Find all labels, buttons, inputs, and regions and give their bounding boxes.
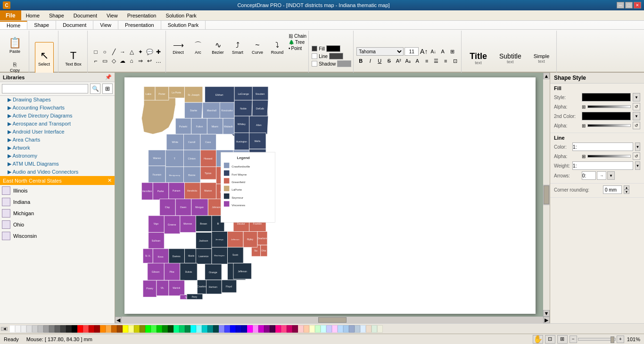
- dt-bend-icon[interactable]: ⌐: [91, 57, 100, 65]
- canvas-area[interactable]: Lake Porter La Porte St. Joseph LaGrange…: [115, 73, 550, 323]
- color-orange-light[interactable]: [106, 325, 111, 333]
- color-orange[interactable]: [100, 325, 106, 333]
- color-60[interactable]: [55, 325, 60, 333]
- tab-presentation[interactable]: Presentation: [118, 21, 161, 29]
- tab-home[interactable]: Home: [0, 21, 27, 29]
- textbox-button[interactable]: T Text Box: [63, 42, 84, 75]
- dt-star-icon[interactable]: ✦: [136, 48, 145, 56]
- color-rose-dark[interactable]: [292, 325, 298, 333]
- color-green-light[interactable]: [151, 325, 157, 333]
- color-green[interactable]: [145, 325, 151, 333]
- color-a0[interactable]: [43, 325, 49, 333]
- color-red[interactable]: [77, 325, 83, 333]
- scroll-right-button[interactable]: ▶: [543, 317, 550, 323]
- color-rose[interactable]: [287, 325, 292, 333]
- color-red-dark[interactable]: [89, 325, 94, 333]
- color-black[interactable]: [72, 325, 77, 333]
- color-cyan-light[interactable]: [196, 325, 202, 333]
- color-yellow-light[interactable]: [128, 325, 134, 333]
- color-green-darker[interactable]: [168, 325, 173, 333]
- color-light-pink[interactable]: [332, 325, 338, 333]
- dt-curved-icon[interactable]: ↩: [145, 57, 154, 65]
- close-button[interactable]: ✕: [634, 2, 641, 8]
- simple-style-button[interactable]: Simple text: [528, 51, 555, 66]
- color-blue-dark[interactable]: [236, 325, 241, 333]
- text-color-button[interactable]: A: [413, 57, 421, 65]
- color-white[interactable]: [9, 325, 15, 333]
- corner-down-btn[interactable]: ▼: [624, 190, 629, 194]
- color-ef[interactable]: [21, 325, 26, 333]
- smart-button[interactable]: ⤴ Smart: [228, 32, 247, 65]
- fill-style-color[interactable]: [582, 93, 631, 101]
- hand-tool-button[interactable]: ✋: [533, 335, 543, 344]
- library-item-artwork[interactable]: ▶ Artwork: [0, 144, 115, 152]
- color-ice[interactable]: [360, 325, 366, 333]
- strikethrough-button[interactable]: S: [385, 57, 393, 65]
- align-right-btn[interactable]: ≡: [441, 57, 450, 65]
- color-f5[interactable]: [15, 325, 21, 333]
- dt-rect-icon[interactable]: □: [91, 48, 100, 56]
- color-magenta-dark[interactable]: [258, 325, 264, 333]
- alpha2-reset-btn[interactable]: ↺: [633, 122, 640, 129]
- color-linen[interactable]: [377, 325, 383, 333]
- zoom-slider[interactable]: [578, 338, 616, 341]
- active-library-close-icon[interactable]: ✕: [107, 177, 112, 184]
- bold-button[interactable]: B: [356, 57, 365, 65]
- shadow-color-preview[interactable]: [337, 60, 351, 67]
- color-purple-dark[interactable]: [270, 325, 275, 333]
- color-green-dark[interactable]: [162, 325, 168, 333]
- fill-checkbox[interactable]: [312, 46, 317, 51]
- more-format-btn[interactable]: ⊡: [451, 57, 459, 65]
- color-teal-dark[interactable]: [213, 325, 219, 333]
- scroll-thumb-v[interactable]: [544, 185, 549, 204]
- arrows-input[interactable]: [582, 171, 596, 180]
- color-80[interactable]: [49, 325, 55, 333]
- fit-page-button[interactable]: ⊡: [545, 335, 555, 344]
- library-item-area-charts[interactable]: ▶ Area Charts: [0, 136, 115, 144]
- library-item-astronomy[interactable]: ▶ Astronomy: [0, 152, 115, 160]
- corner-up-btn[interactable]: ▲: [624, 185, 629, 190]
- alpha2-slider[interactable]: [587, 124, 631, 127]
- color-steel[interactable]: [355, 325, 360, 333]
- color-mint[interactable]: [315, 325, 321, 333]
- color-pink[interactable]: [275, 325, 281, 333]
- state-item-ohio[interactable]: Ohio: [0, 219, 115, 230]
- weight-dropdown[interactable]: ▼: [635, 161, 640, 170]
- color-brown[interactable]: [117, 325, 123, 333]
- color-blue-med[interactable]: [224, 325, 230, 333]
- line-color-dropdown[interactable]: ▼: [635, 143, 640, 151]
- presentation-menu[interactable]: Presentation: [123, 10, 161, 20]
- scroll-left-button[interactable]: ◀: [115, 317, 122, 323]
- subscript-button[interactable]: A₂: [404, 57, 412, 65]
- underline-button[interactable]: U: [375, 57, 384, 65]
- tab-view[interactable]: View: [93, 21, 118, 29]
- dt-arrow2-icon[interactable]: ⇒: [136, 57, 145, 65]
- library-item-android[interactable]: ▶ Android User Interface: [0, 128, 115, 136]
- line-color-input[interactable]: [572, 143, 633, 151]
- tab-solution-park[interactable]: Solution Park: [161, 21, 206, 29]
- dt-diam-icon[interactable]: ◇: [109, 57, 118, 65]
- library-item-drawing-shapes[interactable]: ▶ Drawing Shapes: [0, 96, 115, 104]
- round-button[interactable]: ⤵ Round: [268, 32, 287, 65]
- corner-input[interactable]: [603, 185, 622, 194]
- library-grid-button[interactable]: ⊞: [102, 84, 113, 94]
- weight-input[interactable]: [572, 161, 633, 170]
- dt-callout-icon[interactable]: 💬: [145, 48, 154, 56]
- color-navy[interactable]: [241, 325, 247, 333]
- dt-more-icon[interactable]: …: [154, 57, 163, 65]
- color-40[interactable]: [60, 325, 66, 333]
- color-e0[interactable]: [26, 325, 32, 333]
- paste-button[interactable]: 📋 Paste: [6, 32, 25, 60]
- shadow-checkbox[interactable]: [312, 61, 317, 67]
- fill-style-dropdown[interactable]: ▼: [633, 93, 640, 101]
- color-magenta-light[interactable]: [253, 325, 258, 333]
- color-sky-med[interactable]: [343, 325, 349, 333]
- color-spring[interactable]: [173, 325, 179, 333]
- line-checkbox[interactable]: [312, 53, 317, 59]
- color-sage[interactable]: [372, 325, 377, 333]
- color-cyan[interactable]: [190, 325, 196, 333]
- canvas-document[interactable]: Lake Porter La Porte St. Joseph LaGrange…: [124, 77, 536, 314]
- line-color-preview[interactable]: [329, 53, 343, 59]
- library-item-accounting[interactable]: ▶ Accounting Flowcharts: [0, 104, 115, 112]
- library-item-active-directory[interactable]: ▶ Active Directory Diagrams: [0, 112, 115, 120]
